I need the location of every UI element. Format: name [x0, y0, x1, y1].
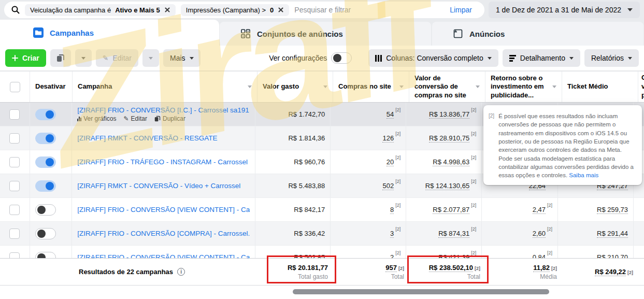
campaign-name-link[interactable]: [ZIRAFF] FRIO - TRÁFEGO - INSTAGRAM - Ca… [77, 158, 248, 166]
campaign-toggle[interactable] [35, 228, 56, 239]
campaign-name-link[interactable]: [ZIRAFF] FRIO - CONVERSÃO [COMPRA] - Car… [77, 230, 250, 237]
footer-ticket: R$ 249,22[2] [562, 259, 638, 285]
campaign-name-link[interactable]: [ZIRAFF] FRIO - CONVERSÃO [VIEW CONTENT]… [77, 253, 250, 258]
cell-purchases: 3[2] [331, 222, 406, 245]
conversion-value-link[interactable]: R$ 421,39 [438, 253, 469, 259]
campaign-toggle[interactable] [35, 204, 56, 216]
breakdown-button[interactable]: Detalhamento [503, 49, 580, 67]
conversion-value-link[interactable]: R$ 874,31 [438, 230, 469, 238]
campaign-toggle[interactable] [35, 133, 56, 144]
row-checkbox[interactable] [9, 133, 20, 144]
filter-chip-delivery[interactable]: Veiculação da campanha é Ativo e Mais 5 [25, 4, 176, 16]
conversion-value-link[interactable]: R$ 4.998,63 [433, 158, 469, 166]
view-settings-label: Ver configurações [269, 54, 327, 62]
campaign-name-link[interactable]: [ZIRAFF] RMKT - CONVERSÃO - Vídeo + Carr… [77, 182, 240, 190]
search-filter-pill[interactable]: Veiculação da campanha é Ativo e Mais 5 … [4, 2, 484, 18]
row-checkbox[interactable] [9, 229, 20, 239]
edit-action[interactable]: ✎Editar [124, 115, 147, 122]
ticket-value-link[interactable]: R$ 259,73 [597, 206, 628, 214]
tab-adsets[interactable]: Conjuntos de anúncios [220, 22, 431, 46]
sort-icon [248, 86, 252, 88]
campaign-name-link[interactable]: [ZIRAFF] FRIO - CONVERSÃO [VIEW CONTENT]… [77, 206, 250, 213]
purchases-value-link[interactable]: 54 [387, 110, 394, 119]
select-all-checkbox[interactable] [10, 82, 20, 92]
horizontal-scrollbar-thumb[interactable] [293, 289, 549, 294]
campaign-name-link[interactable]: [ZIRAFF] FRIO - CONVERSÃO [I.C.] - Carro… [77, 106, 249, 114]
sort-icon [323, 86, 327, 88]
row-toggle-cell [30, 103, 72, 126]
tab-campaigns[interactable]: Campanhas [0, 20, 219, 46]
column-header-toggle: Desativar [30, 72, 73, 102]
info-icon[interactable] [177, 268, 185, 276]
campaign-toggle[interactable] [35, 252, 56, 259]
cell-purchases: 126[2] [331, 126, 406, 150]
table-row: [ZIRAFF] FRIO - CONVERSÃO [VIEW CONTENT]… [0, 198, 644, 222]
purchases-value-link[interactable]: 502 [382, 182, 394, 190]
row-checkbox[interactable] [9, 252, 20, 259]
conversion-value-link[interactable]: R$ 13.836,77 [429, 110, 469, 119]
row-checkbox[interactable] [9, 181, 20, 191]
row-checkbox[interactable] [9, 109, 20, 120]
remove-filter-icon[interactable] [278, 7, 284, 13]
edit-button[interactable]: ✎ Editar [96, 49, 138, 67]
purchases-value-link[interactable]: 20 [387, 158, 394, 166]
create-button[interactable]: Criar [5, 49, 46, 67]
campaign-name-link[interactable]: [ZIRAFF] RMKT - CONVERSÃO - RESGATE [77, 134, 217, 142]
edit-options-button[interactable] [142, 49, 159, 67]
view-settings-toggle[interactable] [331, 52, 352, 64]
ticket-value-link[interactable]: R$ 291,44 [597, 230, 628, 238]
column-header-spend[interactable]: Valor gasto [257, 72, 333, 102]
view-charts-action[interactable]: Ver gráficos [77, 115, 116, 122]
conversion-value-link[interactable]: R$ 124.130,65 [425, 182, 469, 190]
columns-button-label: Colunas: Conversão completo [386, 54, 483, 62]
cell-roas: 2,47[2] [482, 198, 558, 221]
campaign-toggle[interactable] [35, 180, 56, 192]
cell-ticket: R$ 210,70 [558, 246, 634, 258]
duplicate-options-button[interactable] [75, 49, 92, 67]
plus-icon [12, 55, 18, 61]
row-toggle-cell [30, 174, 72, 197]
column-header-purchases[interactable]: Compras no site [333, 72, 409, 102]
purchases-value-link[interactable]: 2 [390, 253, 394, 259]
create-button-label: Criar [22, 54, 39, 62]
campaign-name-cell: [ZIRAFF] FRIO - TRÁFEGO - INSTAGRAM - Ca… [72, 150, 255, 174]
cell-conversion-value: R$ 28.910,75[2] [406, 126, 482, 150]
learn-more-link[interactable]: Saiba mais [569, 172, 598, 178]
conversion-value-link[interactable]: R$ 28.910,75 [429, 134, 469, 143]
row-checkbox[interactable] [9, 205, 20, 215]
tab-ads[interactable]: Anúncios [432, 22, 643, 46]
cell-clipped [634, 222, 644, 245]
edit-button-label: Editar [112, 54, 132, 62]
cell-purchases: 54[2] [331, 103, 406, 126]
column-header-conversion-value[interactable]: Valor de conversão de compras no site [409, 72, 485, 102]
horizontal-scrollbar-track[interactable] [0, 285, 644, 299]
purchases-value-link[interactable]: 8 [390, 206, 394, 214]
cell-conversion-value: R$ 2.077,87[2] [406, 198, 482, 221]
remove-filter-icon[interactable] [164, 7, 170, 13]
campaign-toggle[interactable] [35, 109, 56, 120]
date-range-picker[interactable]: 1 de Dez de 2021 a 31 de Mai de 2022 [489, 2, 640, 18]
ticket-value-link[interactable]: R$ 210,70 [597, 253, 628, 259]
row-checkbox[interactable] [9, 157, 20, 167]
duplicate-action[interactable]: Duplicar [154, 115, 185, 122]
clear-filters-button[interactable]: Limpar [450, 6, 477, 14]
campaign-toggle[interactable] [35, 156, 56, 168]
column-header-ticket[interactable]: Ticket Médio [562, 72, 638, 102]
roas-value-link[interactable]: 0,84 [533, 253, 546, 259]
column-header-campaign[interactable]: Campanha [73, 72, 257, 102]
roas-value-link[interactable]: 2,60 [533, 230, 546, 238]
duplicate-button[interactable] [50, 49, 71, 67]
campaign-name-cell: [ZIRAFF] FRIO - CONVERSÃO [COMPRA] - Car… [72, 222, 255, 245]
chevron-down-icon [149, 57, 153, 60]
search-input[interactable]: Pesquisar e filtrar [294, 6, 445, 14]
purchases-value-link[interactable]: 126 [382, 134, 394, 143]
columns-button[interactable]: Colunas: Conversão completo [368, 49, 498, 67]
filter-chip-impressions[interactable]: Impressões (Campanha) > 0 [181, 4, 290, 16]
reports-button[interactable]: Relatórios [584, 49, 639, 67]
conversion-value-link[interactable]: R$ 2.077,87 [433, 206, 469, 214]
roas-value-link[interactable]: 2,47 [533, 206, 546, 214]
row-checkbox-cell [0, 246, 30, 258]
purchases-value-link[interactable]: 3 [390, 230, 394, 238]
more-button[interactable]: Mais [163, 49, 201, 67]
column-header-roas[interactable]: Retorno sobre o investimento em publicid… [485, 72, 562, 102]
